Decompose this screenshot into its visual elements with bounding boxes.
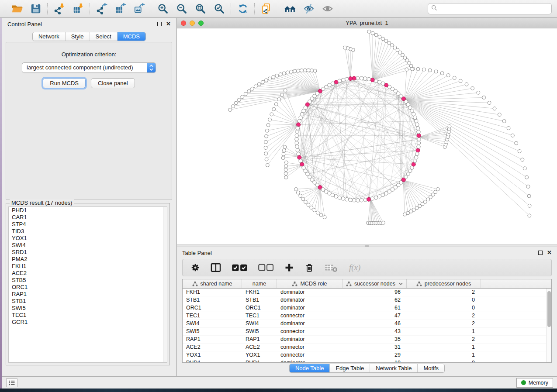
table-cell: 31 xyxy=(343,344,407,351)
mcds-result-item[interactable]: SWI5 xyxy=(9,305,167,312)
memory-button[interactable]: Memory xyxy=(516,378,553,388)
control-panel-titlebar: Control Panel ✕ xyxy=(2,18,176,30)
mcds-result-item[interactable]: SWI4 xyxy=(9,242,167,249)
zoom-selected-icon[interactable] xyxy=(213,3,225,15)
float-panel-icon[interactable] xyxy=(157,22,162,26)
table-cell: dominator xyxy=(277,320,343,327)
export-network-icon[interactable] xyxy=(96,3,107,15)
network-view-window: YPA_prune.txt_1 xyxy=(177,18,557,244)
close-panel-button[interactable]: Close panel xyxy=(91,78,135,88)
table-row[interactable]: YOX1YOX1connector291 xyxy=(183,351,551,359)
table-row[interactable]: PHD1PHD1dominator180 xyxy=(183,359,551,363)
table-row[interactable]: STB1STB1dominator620 xyxy=(183,296,551,304)
table-cell: SWI5 xyxy=(242,328,277,335)
toolbar-icon-groups xyxy=(5,3,339,15)
table-row[interactable]: ACE2ACE2connector311 xyxy=(183,344,551,351)
settings-gear-icon[interactable] xyxy=(190,262,200,273)
mcds-result-list[interactable]: PHD1CAR1STP4TID3YOX1SWI4SRD1PMA2FKH1ACE2… xyxy=(8,206,167,363)
add-column-icon[interactable] xyxy=(284,262,294,273)
column-header-shared-name[interactable]: shared name xyxy=(183,279,242,288)
mcds-result-item[interactable]: STP4 xyxy=(9,221,167,228)
zoom-fit-icon[interactable] xyxy=(194,3,206,15)
table-cell: 1 xyxy=(407,344,481,351)
column-header-name[interactable]: name xyxy=(242,279,277,288)
tab-network[interactable]: Network xyxy=(33,32,66,41)
mcds-result-item[interactable]: YOX1 xyxy=(9,235,167,242)
node-table: shared namenameMCDS rolesuccessor nodesp… xyxy=(182,279,552,363)
horizontal-splitter[interactable] xyxy=(177,244,557,247)
mcds-result-item[interactable]: ORC1 xyxy=(9,284,167,291)
tab-style[interactable]: Style xyxy=(66,32,90,41)
scrollbar-thumb[interactable] xyxy=(547,291,551,327)
search-input[interactable] xyxy=(439,4,548,14)
table-cell: 2 xyxy=(407,289,481,296)
run-mcds-button[interactable]: Run MCDS xyxy=(43,78,86,88)
table-cell: dominator xyxy=(277,289,343,296)
table-row[interactable]: TEC1TEC1connector472 xyxy=(183,312,551,320)
table-scrollbar[interactable] xyxy=(546,289,551,362)
zoom-in-icon[interactable] xyxy=(157,3,169,15)
mcds-result-item[interactable]: STB1 xyxy=(9,298,167,305)
optimization-criterion-select[interactable]: largest connected component (undirected) xyxy=(22,62,156,73)
select-all-rows-icon[interactable] xyxy=(232,262,248,273)
zoom-out-icon[interactable] xyxy=(176,3,187,15)
mcds-result-item[interactable]: ACE2 xyxy=(9,270,167,277)
column-header-predecessor-nodes[interactable]: predecessor nodes xyxy=(407,279,481,288)
mcds-result-item[interactable]: PMA2 xyxy=(9,256,167,263)
save-session-icon[interactable] xyxy=(30,3,42,15)
table-cell: ORC1 xyxy=(242,304,277,312)
first-neighbors-icon[interactable] xyxy=(284,3,296,15)
export-image-icon[interactable] xyxy=(133,3,145,15)
tab-edge-table[interactable]: Edge Table xyxy=(330,364,370,372)
split-table-view-icon[interactable] xyxy=(211,262,221,273)
table-row[interactable]: SWI5SWI5connector431 xyxy=(183,328,551,336)
search-box[interactable] xyxy=(428,3,552,14)
table-row[interactable]: RAP1RAP1dominator352 xyxy=(183,336,551,344)
table-row[interactable]: FKH1FKH1dominator962 xyxy=(183,289,551,296)
delete-selected-icon[interactable] xyxy=(304,262,314,273)
close-panel-icon[interactable]: ✕ xyxy=(166,22,171,26)
column-header-successor-nodes[interactable]: successor nodes xyxy=(343,279,407,288)
mcds-result-item[interactable]: CAR1 xyxy=(9,214,167,221)
desktop-wallpaper-left xyxy=(0,18,2,389)
mcds-result-item[interactable]: GCR1 xyxy=(9,319,167,326)
refresh-view-icon[interactable] xyxy=(237,3,249,15)
table-cell: RAP1 xyxy=(242,336,277,343)
new-network-from-selection-icon[interactable] xyxy=(260,3,272,15)
export-table-icon[interactable] xyxy=(114,3,126,15)
mcds-result-item[interactable]: STB5 xyxy=(9,277,167,284)
control-panel-tabs: NetworkStyleSelectMCDS xyxy=(32,32,146,41)
deselect-all-rows-icon[interactable] xyxy=(258,262,274,273)
mcds-result-item[interactable]: RAP1 xyxy=(9,291,167,298)
mcds-result-item[interactable]: TID3 xyxy=(9,228,167,235)
table-cell: 2 xyxy=(407,312,481,320)
dropdown-stepper-icon xyxy=(147,63,156,72)
task-history-button[interactable] xyxy=(6,378,17,387)
network-view-titlebar[interactable]: YPA_prune.txt_1 xyxy=(177,18,557,28)
tab-network-table[interactable]: Network Table xyxy=(370,364,418,372)
network-graph[interactable] xyxy=(177,28,557,244)
float-table-panel-icon[interactable] xyxy=(538,251,543,255)
import-table-from-file-icon[interactable] xyxy=(72,3,84,15)
list-scrollbar[interactable] xyxy=(163,207,167,362)
tab-node-table[interactable]: Node Table xyxy=(290,364,330,372)
table-panel-titlebar: Table Panel ✕ xyxy=(177,248,557,258)
close-table-panel-icon[interactable]: ✕ xyxy=(547,251,552,255)
tab-mcds[interactable]: MCDS xyxy=(118,32,145,41)
table-row[interactable]: ORC1ORC1dominator610 xyxy=(183,304,551,312)
import-network-from-file-icon[interactable] xyxy=(53,3,65,15)
show-all-icon[interactable] xyxy=(322,3,333,15)
column-header-MCDS-role[interactable]: MCDS role xyxy=(277,279,343,288)
mcds-result-item[interactable]: FKH1 xyxy=(9,263,167,270)
mcds-result-item[interactable]: PHD1 xyxy=(9,207,167,214)
selected-option-label: largest connected component (undirected) xyxy=(22,63,147,72)
network-canvas[interactable] xyxy=(177,28,557,244)
tab-select[interactable]: Select xyxy=(90,32,118,41)
mcds-result-item[interactable]: SRD1 xyxy=(9,249,167,256)
mcds-result-item[interactable]: TEC1 xyxy=(9,312,167,319)
hide-selected-icon[interactable] xyxy=(303,3,315,15)
table-row[interactable]: SWI4SWI4dominator462 xyxy=(183,320,551,328)
tab-motifs[interactable]: Motifs xyxy=(418,364,444,372)
open-file-icon[interactable] xyxy=(11,3,23,15)
table-cell: SWI5 xyxy=(183,328,242,335)
